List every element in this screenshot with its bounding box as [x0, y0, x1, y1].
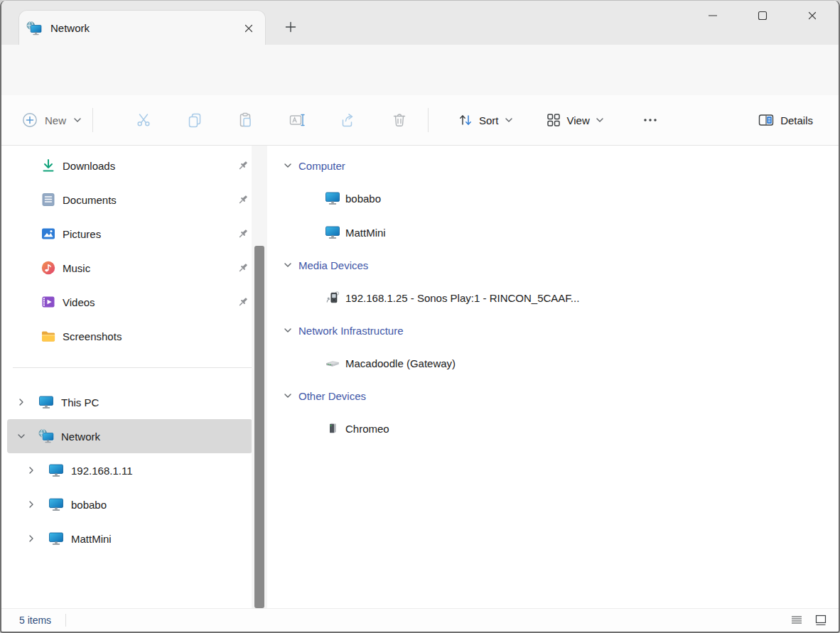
view-label: View — [567, 114, 590, 126]
navigation-bar: Network — [1, 45, 839, 95]
sidebar-item-label: Videos — [63, 296, 95, 308]
group-header-network-infrastructure[interactable]: Network Infrastructure — [271, 315, 839, 346]
main-item-mattmini[interactable]: MattMini — [271, 215, 839, 249]
delete-button[interactable] — [374, 106, 425, 134]
main-item-chromeo[interactable]: Chromeo — [271, 411, 839, 445]
chevron-down-icon — [504, 115, 514, 125]
details-pane-button[interactable]: Details — [758, 112, 813, 129]
sidebar-item-downloads[interactable]: Downloads — [1, 148, 271, 183]
tab-label: Network — [50, 22, 238, 34]
group-label: Media Devices — [298, 259, 368, 271]
sidebar-item-pictures[interactable]: Pictures — [1, 217, 271, 251]
close-button[interactable] — [792, 1, 833, 31]
sidebar-tree-item-192-168-1-11[interactable]: 192.168.1.11 — [7, 453, 252, 487]
music-icon — [41, 260, 56, 276]
chevron-right-icon[interactable] — [26, 534, 37, 543]
main-item-label: 192.168.1.25 - Sonos Play:1 - RINCON_5CA… — [345, 292, 579, 304]
main-item-label: MattMini — [345, 227, 386, 239]
sidebar-item-documents[interactable]: Documents — [1, 183, 271, 217]
videos-icon — [41, 294, 56, 310]
tab-bar: Network — [1, 1, 839, 45]
close-icon[interactable] — [238, 18, 259, 39]
sidebar-item-label: Documents — [63, 194, 117, 206]
new-button[interactable]: New — [21, 112, 82, 129]
view-grid-icon — [545, 112, 562, 129]
media-player-icon — [325, 290, 340, 305]
pin-icon — [237, 296, 249, 308]
chevron-right-icon[interactable] — [16, 397, 27, 407]
sidebar-item-music[interactable]: Music — [1, 251, 271, 285]
cut-button[interactable] — [118, 106, 169, 134]
monitor-icon — [48, 462, 64, 478]
pin-icon — [237, 228, 249, 239]
group-header-media-devices[interactable]: Media Devices — [271, 249, 839, 281]
main-item-label: Macadoodle (Gateway) — [345, 357, 456, 369]
tab-network[interactable]: Network — [18, 10, 266, 45]
pin-icon — [237, 262, 249, 274]
file-explorer-window: Network Network New — [0, 0, 840, 633]
minimize-button[interactable] — [692, 1, 733, 31]
view-button[interactable]: View — [545, 112, 605, 129]
sidebar-tree-item-network[interactable]: Network — [7, 419, 252, 453]
chevron-right-icon[interactable] — [26, 465, 37, 475]
main-item-bobabo[interactable]: bobabo — [271, 181, 839, 215]
sidebar-tree-label: Network — [61, 431, 100, 443]
plus-circle-icon — [21, 112, 38, 129]
sidebar-tree-item-bobabo[interactable]: bobabo — [7, 487, 252, 521]
group-label: Network Infrastructure — [298, 325, 404, 337]
monitor-icon — [48, 531, 64, 546]
details-label: Details — [780, 114, 813, 126]
chevron-down-icon[interactable] — [283, 161, 293, 171]
network-icon — [26, 21, 42, 36]
share-button[interactable] — [323, 106, 374, 134]
sort-label: Sort — [479, 114, 499, 126]
sidebar-item-label: Pictures — [63, 228, 101, 240]
paste-button[interactable] — [220, 106, 271, 134]
large-icons-view-icon[interactable] — [812, 611, 830, 629]
documents-icon — [41, 192, 56, 207]
sidebar-tree-item-mattmini[interactable]: MattMini — [7, 521, 252, 556]
status-bar: 5 items — [1, 608, 839, 632]
new-tab-button[interactable] — [280, 16, 301, 38]
content-area: DownloadsDocumentsPicturesMusicVideosScr… — [1, 146, 839, 608]
items-view: ComputerbobaboMattMiniMedia Devices192.1… — [271, 146, 839, 608]
see-more-button[interactable] — [633, 106, 667, 134]
items-count: 5 items — [19, 615, 51, 626]
group-header-computer[interactable]: Computer — [271, 150, 839, 181]
navigation-pane: DownloadsDocumentsPicturesMusicVideosScr… — [1, 146, 271, 608]
details-pane-icon — [758, 112, 775, 129]
sidebar-tree-item-this-pc[interactable]: This PC — [7, 385, 252, 419]
status-divider — [65, 614, 66, 627]
sort-icon — [457, 112, 474, 129]
sidebar-tree-label: 192.168.1.11 — [71, 465, 132, 477]
chevron-down-icon[interactable] — [283, 325, 293, 335]
pictures-icon — [41, 226, 56, 242]
maximize-button[interactable] — [742, 1, 783, 31]
sidebar-item-label: Downloads — [63, 160, 115, 172]
chevron-right-icon[interactable] — [26, 499, 37, 509]
pin-icon — [237, 160, 249, 171]
copy-button[interactable] — [169, 106, 220, 134]
sidebar-item-screenshots[interactable]: Screenshots — [1, 319, 271, 353]
sidebar-pinned-list: DownloadsDocumentsPicturesMusicVideosScr… — [1, 148, 271, 353]
sidebar-item-label: Screenshots — [63, 330, 122, 342]
chevron-down-icon[interactable] — [283, 391, 293, 401]
chevron-down-icon[interactable] — [283, 260, 293, 270]
main-item-macadoodle-gateway[interactable]: Macadoodle (Gateway) — [271, 346, 839, 380]
monitor-icon — [325, 224, 340, 240]
list-view-icon[interactable] — [787, 611, 806, 629]
pin-icon — [237, 194, 249, 205]
chevron-down-icon[interactable] — [16, 431, 27, 441]
main-groups: ComputerbobaboMattMiniMedia Devices192.1… — [271, 150, 839, 445]
window-controls — [692, 1, 833, 31]
sidebar-item-videos[interactable]: Videos — [1, 285, 271, 319]
group-header-other-devices[interactable]: Other Devices — [271, 380, 839, 411]
toolbar-divider — [92, 108, 93, 132]
sidebar-scrollbar-thumb[interactable] — [254, 246, 264, 608]
sort-button[interactable]: Sort — [457, 112, 514, 129]
new-button-label: New — [45, 114, 66, 126]
rename-button[interactable] — [271, 106, 323, 134]
main-item-192-168-1-25-sonos-play-1-rincon-5caaf[interactable]: 192.168.1.25 - Sonos Play:1 - RINCON_5CA… — [271, 281, 839, 315]
toolbar-divider — [428, 108, 429, 132]
chevron-down-icon — [595, 115, 605, 125]
